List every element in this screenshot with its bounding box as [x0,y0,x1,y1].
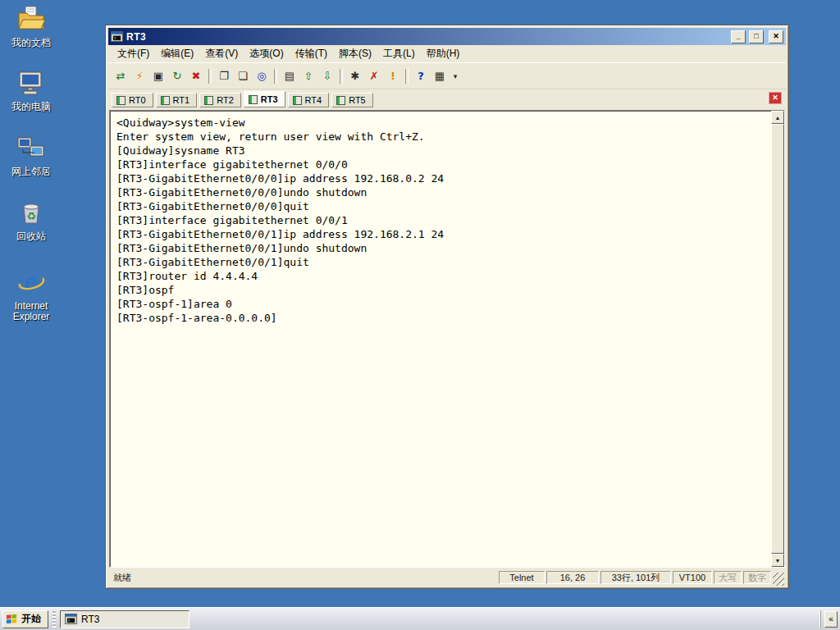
terminal-scrollbar[interactable]: ▲ ▼ [771,111,784,567]
app-icon [65,614,77,624]
desktop-icon-label: 我的电脑 [0,102,62,112]
session-status-icon [249,95,258,104]
desktop-icon-recycle-bin[interactable]: ♻ 回收站 [0,199,62,242]
print-icon[interactable]: ▤ [281,67,299,85]
status-cursor-position: 16, 26 [546,571,599,584]
window-title: RT3 [126,31,728,43]
bell-icon[interactable]: ! [384,67,402,85]
resize-grip[interactable] [773,573,784,586]
scrollbar-thumb[interactable] [771,124,784,554]
toolbar-overflow-icon[interactable]: ▾ [450,67,461,85]
menu-view[interactable]: 查看(V) [199,45,244,62]
session-status-icon [336,96,345,105]
status-protocol: Telnet [499,571,545,584]
tab-connect-icon[interactable]: ▣ [149,67,167,85]
tray-chevron-icon[interactable]: « [824,611,838,628]
close-button[interactable]: ✕ [769,30,783,43]
tab-label: RT0 [129,95,146,105]
toolbar-separator [208,69,212,84]
tab-rt2[interactable]: RT2 [199,93,241,107]
tab-label: RT2 [217,95,234,105]
help-icon[interactable]: ? [412,67,430,85]
recycle-bin-icon: ♻ [17,199,45,226]
menu-bar: 文件(F) 编辑(E) 查看(V) 选项(O) 传输(T) 脚本(S) 工具(L… [108,45,786,62]
desktop: 我的文档 我的电脑 网上邻居 ♻ 回收站 e Internet Explorer… [0,0,840,630]
session-status-icon [293,96,302,105]
my-documents-icon [17,5,45,33]
tab-rt3[interactable]: RT3 [244,91,285,107]
connect-icon[interactable]: ⇄ [112,67,130,85]
session-status-icon [161,96,170,105]
svg-text:♻: ♻ [26,210,36,222]
windows-logo-icon [6,614,18,625]
tab-label: RT4 [305,95,322,105]
menu-script[interactable]: 脚本(S) [333,45,377,62]
status-num-indicator: 数字 [743,571,771,584]
session-manager-icon[interactable]: ▦ [431,67,449,85]
app-icon [111,31,123,42]
start-button[interactable]: 开始 [2,610,48,628]
taskbar-tray: « [820,610,838,628]
tab-close-button[interactable]: ✕ [769,92,782,104]
status-bar: 就绪 Telnet 16, 26 33行, 101列 VT100 大写 数字 [108,568,786,586]
menu-edit[interactable]: 编辑(E) [155,45,199,62]
keymap-icon[interactable]: ✗ [365,67,383,85]
tab-rt4[interactable]: RT4 [288,93,330,107]
session-status-icon [116,96,126,105]
toolbar-separator [340,69,343,84]
desktop-icon-my-computer[interactable]: 我的电脑 [0,69,62,112]
tab-label: RT5 [349,95,366,105]
toolbar-separator [405,69,409,84]
menu-options[interactable]: 选项(O) [244,45,289,62]
desktop-icon-my-documents[interactable]: 我的文档 [0,5,62,48]
terminal-output[interactable]: <Quidway>system-view Enter system view, … [110,111,771,567]
send-file-icon[interactable]: ⇧ [299,67,317,85]
toolbar: ⇄ ⚡ ▣ ↻ ✖ ❐ ❏ ◎ ▤ ⇧ ⇩ ✱ ✗ ! ? ▦ ▾ [108,62,786,89]
status-emulation: VT100 [673,571,712,584]
desktop-icon-label: 我的文档 [0,38,62,48]
svg-text:e: e [25,269,36,294]
desktop-icon-internet-explorer[interactable]: e Internet Explorer [0,268,62,322]
taskbar: 开始 RT3 « [0,607,840,630]
tab-label: RT3 [261,94,278,104]
status-ready: 就绪 [113,572,497,584]
tab-bar: RT0 RT1 RT2 RT3 RT4 RT5 ✕ [108,89,786,108]
scroll-up-icon[interactable]: ▲ [771,111,784,124]
status-terminal-size: 33行, 101列 [600,571,671,584]
tab-label: RT1 [173,95,190,105]
receive-file-icon[interactable]: ⇩ [318,67,336,85]
status-caps-indicator: 大写 [714,571,742,584]
reconnect-icon[interactable]: ↻ [168,67,186,85]
taskbar-drag-handle[interactable] [52,611,56,628]
my-computer-icon [17,69,45,97]
taskbar-item-label: RT3 [81,614,99,625]
copy-icon[interactable]: ❐ [215,67,233,85]
network-places-icon [17,134,45,162]
paste-icon[interactable]: ❏ [234,67,252,85]
menu-tools[interactable]: 工具(L) [377,45,421,62]
taskbar-item-rt3[interactable]: RT3 [60,610,189,628]
maximize-button[interactable]: □ [749,30,764,43]
terminal-window: RT3 _ □ ✕ 文件(F) 编辑(E) 查看(V) 选项(O) 传输(T) … [105,25,789,589]
toolbar-separator [274,69,277,84]
window-titlebar[interactable]: RT3 _ □ ✕ [108,28,786,45]
disconnect-icon[interactable]: ✖ [187,67,205,85]
tab-rt1[interactable]: RT1 [156,93,198,107]
start-label: 开始 [21,612,41,626]
session-status-icon [204,96,213,105]
tab-rt5[interactable]: RT5 [331,93,373,107]
tab-rt0[interactable]: RT0 [112,93,153,107]
properties-icon[interactable]: ✱ [346,67,364,85]
menu-transfer[interactable]: 传输(T) [290,45,333,62]
menu-file[interactable]: 文件(F) [112,45,155,62]
quick-connect-icon[interactable]: ⚡ [130,67,148,85]
scroll-down-icon[interactable]: ▼ [771,554,784,567]
terminal-area: <Quidway>system-view Enter system view, … [109,110,785,568]
internet-explorer-icon: e [17,268,45,296]
desktop-icon-network-places[interactable]: 网上邻居 [0,134,62,177]
minimize-button[interactable]: _ [731,30,746,43]
find-icon[interactable]: ◎ [253,67,271,85]
menu-help[interactable]: 帮助(H) [421,45,466,62]
desktop-icon-label: Internet Explorer [0,301,62,322]
desktop-icon-label: 网上邻居 [0,167,62,177]
